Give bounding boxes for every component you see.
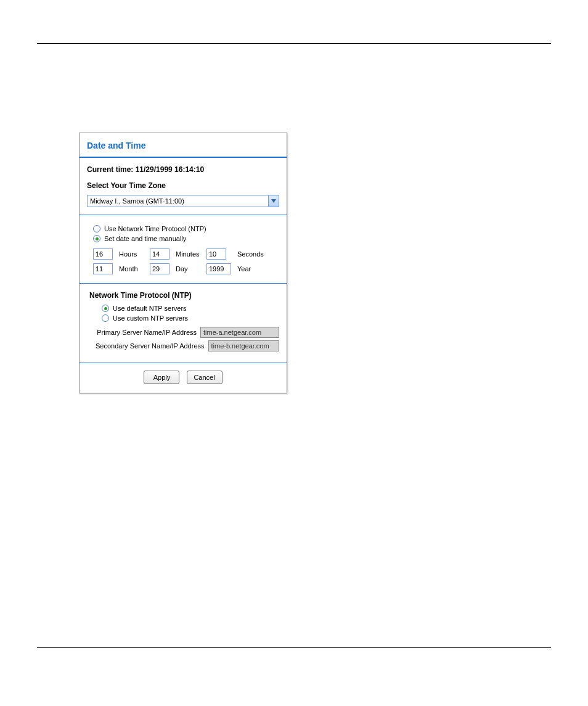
page-rule-top <box>37 43 551 44</box>
